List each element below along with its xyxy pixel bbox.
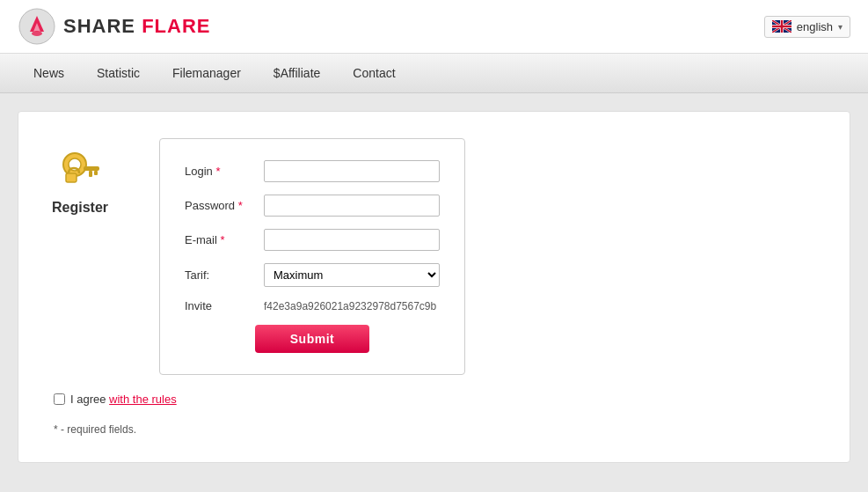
- email-input[interactable]: [264, 229, 440, 251]
- agree-checkbox[interactable]: [54, 393, 65, 405]
- rules-link[interactable]: with the rules: [109, 393, 177, 406]
- register-title: Register: [52, 200, 108, 216]
- header: SHARE FLARE english ▾: [0, 0, 868, 54]
- svg-rect-8: [66, 173, 77, 182]
- language-label: english: [797, 20, 833, 33]
- register-form-box: Login * Password * E-mail *: [159, 138, 465, 375]
- invite-row: Invite f42e3a9a926021a9232978d7567c9b: [185, 299, 440, 312]
- login-label: Login *: [185, 165, 255, 178]
- invite-value: f42e3a9a926021a9232978d7567c9b: [264, 300, 436, 312]
- svg-point-1: [32, 31, 42, 36]
- language-selector[interactable]: english ▾: [764, 16, 850, 38]
- register-left: Register: [36, 138, 124, 216]
- content-box: Register Login * Password *: [18, 111, 850, 463]
- password-required: *: [235, 199, 243, 212]
- login-row: Login *: [185, 160, 440, 182]
- tarif-row: Tarif: Maximum Standard Basic: [185, 263, 440, 287]
- svg-rect-7: [89, 171, 92, 177]
- svg-rect-5: [84, 166, 99, 171]
- nav-item-affiliate[interactable]: $Affiliate: [258, 54, 337, 92]
- svg-rect-6: [94, 171, 98, 175]
- nav-item-statistic[interactable]: Statistic: [81, 54, 157, 92]
- logo-area: SHARE FLARE: [18, 7, 210, 46]
- password-row: Password *: [185, 195, 440, 217]
- invite-label: Invite: [185, 299, 255, 312]
- register-section: Register Login * Password *: [36, 138, 832, 375]
- nav-item-filemanager[interactable]: Filemanager: [157, 54, 258, 92]
- login-input[interactable]: [264, 160, 440, 182]
- nav-item-contact[interactable]: Contact: [337, 54, 412, 92]
- email-required: *: [217, 233, 225, 246]
- password-input[interactable]: [264, 195, 440, 217]
- email-row: E-mail *: [185, 229, 440, 251]
- navbar: News Statistic Filemanager $Affiliate Co…: [0, 54, 868, 93]
- agree-text: I agree with the rules: [70, 393, 177, 406]
- tarif-select[interactable]: Maximum Standard Basic: [264, 263, 440, 287]
- logo-icon: [18, 7, 56, 46]
- agreement-row: I agree with the rules: [54, 393, 832, 406]
- submit-button[interactable]: Submit: [255, 325, 369, 353]
- nav-item-news[interactable]: News: [18, 54, 81, 92]
- tarif-label: Tarif:: [185, 268, 255, 282]
- email-label: E-mail *: [185, 233, 255, 246]
- logo-text: SHARE FLARE: [63, 15, 210, 38]
- language-dropdown-arrow[interactable]: ▾: [838, 22, 842, 32]
- flag-icon: [772, 20, 791, 33]
- login-required: *: [213, 165, 221, 178]
- required-note: * - required fields.: [54, 423, 832, 436]
- submit-row: Submit: [185, 325, 440, 353]
- password-label: Password *: [185, 199, 255, 212]
- key-icon: [57, 147, 103, 193]
- main-content: Register Login * Password *: [0, 93, 868, 481]
